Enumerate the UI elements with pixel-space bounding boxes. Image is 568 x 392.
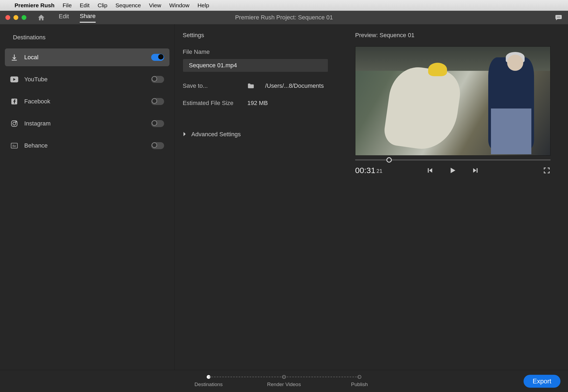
settings-heading: Settings: [183, 32, 339, 39]
step-forward-button[interactable]: [471, 167, 479, 174]
feedback-button[interactable]: [555, 14, 563, 21]
svg-rect-11: [477, 168, 478, 173]
behance-icon: Be: [10, 142, 18, 150]
home-button[interactable]: [37, 14, 45, 21]
timecode-frames: 21: [376, 168, 382, 174]
step-label: Destinations: [195, 382, 223, 387]
step-label: Publish: [351, 382, 368, 387]
download-icon: [10, 53, 18, 61]
menu-window[interactable]: Window: [169, 2, 189, 9]
step-destinations[interactable]: Destinations: [171, 375, 246, 387]
tab-edit[interactable]: Edit: [59, 13, 69, 22]
folder-icon: [247, 83, 254, 89]
youtube-icon: [10, 75, 18, 83]
menu-view[interactable]: View: [149, 2, 161, 9]
svg-point-2: [559, 17, 560, 18]
destinations-sidebar: Destinations Local YouTube Facebook: [0, 24, 175, 370]
workspace-tabs: Edit Share: [59, 13, 96, 23]
playhead-handle[interactable]: [386, 157, 392, 163]
file-name-label: File Name: [183, 48, 339, 55]
window-titlebar: Edit Share Premiere Rush Project: Sequen…: [0, 11, 568, 24]
window-minimize-button[interactable]: [13, 15, 18, 20]
destination-label: Local: [24, 54, 145, 61]
svg-point-1: [558, 17, 559, 18]
svg-point-0: [557, 17, 558, 18]
destination-behance[interactable]: Be Behance: [5, 137, 169, 155]
save-to-row[interactable]: Save to... /Users/...8/Documents: [183, 82, 339, 89]
step-back-button[interactable]: [427, 167, 434, 174]
svg-text:Be: Be: [13, 144, 16, 148]
preview-scrubber[interactable]: [355, 159, 550, 160]
tab-share[interactable]: Share: [80, 13, 96, 23]
destination-local-toggle[interactable]: [151, 54, 164, 61]
file-name-input[interactable]: [183, 59, 328, 72]
destination-local[interactable]: Local: [5, 48, 169, 66]
save-to-path: /Users/...8/Documents: [265, 82, 324, 89]
destination-youtube[interactable]: YouTube: [5, 71, 169, 88]
menu-help[interactable]: Help: [198, 2, 209, 9]
destination-instagram-toggle[interactable]: [151, 120, 164, 127]
facebook-icon: [10, 97, 18, 106]
footer-bar: Destinations Render Videos Publish Expor…: [0, 370, 568, 392]
traffic-lights: [5, 15, 26, 20]
settings-panel: Settings File Name Save to... /Users/...…: [175, 24, 347, 370]
est-size-row: Estimated File Size 192 MB: [183, 100, 339, 107]
destination-behance-toggle[interactable]: [151, 142, 164, 149]
preview-viewport[interactable]: [355, 46, 550, 156]
advanced-settings-label: Advanced Settings: [191, 131, 241, 138]
svg-point-6: [13, 122, 16, 125]
destination-instagram[interactable]: Instagram: [5, 115, 169, 132]
timecode-display: 00:3121: [355, 166, 382, 175]
menu-clip[interactable]: Clip: [98, 2, 107, 9]
timecode-seconds: 00:31: [355, 166, 375, 175]
fullscreen-button[interactable]: [543, 167, 550, 174]
instagram-icon: [10, 120, 18, 128]
menu-file[interactable]: File: [63, 2, 72, 9]
destination-facebook[interactable]: Facebook: [5, 93, 169, 110]
step-label: Render Videos: [267, 382, 301, 387]
menu-sequence[interactable]: Sequence: [115, 2, 141, 9]
preview-heading: Preview: Sequence 01: [355, 32, 558, 39]
advanced-settings-toggle[interactable]: Advanced Settings: [183, 131, 339, 138]
destination-label: Facebook: [24, 98, 145, 105]
transport-bar: 00:3121: [355, 166, 550, 175]
destinations-heading: Destinations: [13, 34, 169, 41]
macos-menubar: Premiere Rush File Edit Clip Sequence Vi…: [0, 0, 568, 11]
play-button[interactable]: [449, 166, 457, 174]
preview-panel: Preview: Sequence 01 00:3121: [347, 24, 568, 370]
export-stepper: Destinations Render Videos Publish: [171, 375, 397, 387]
window-zoom-button[interactable]: [22, 15, 26, 20]
step-publish[interactable]: Publish: [322, 375, 397, 387]
destination-facebook-toggle[interactable]: [151, 98, 164, 105]
window-title: Premiere Rush Project: Sequence 01: [235, 14, 333, 21]
svg-rect-10: [428, 168, 429, 173]
chevron-right-icon: [183, 132, 186, 136]
destination-label: YouTube: [24, 76, 145, 83]
step-render[interactable]: Render Videos: [246, 375, 322, 387]
svg-point-7: [16, 121, 16, 122]
save-to-label: Save to...: [183, 82, 239, 89]
export-button[interactable]: Export: [524, 375, 560, 388]
est-size-value: 192 MB: [247, 100, 268, 107]
destination-youtube-toggle[interactable]: [151, 76, 164, 83]
destination-label: Instagram: [24, 120, 145, 127]
window-close-button[interactable]: [5, 15, 10, 20]
destination-label: Behance: [24, 142, 145, 149]
app-menu[interactable]: Premiere Rush: [15, 2, 54, 9]
menu-edit[interactable]: Edit: [80, 2, 89, 9]
est-size-label: Estimated File Size: [183, 100, 239, 107]
